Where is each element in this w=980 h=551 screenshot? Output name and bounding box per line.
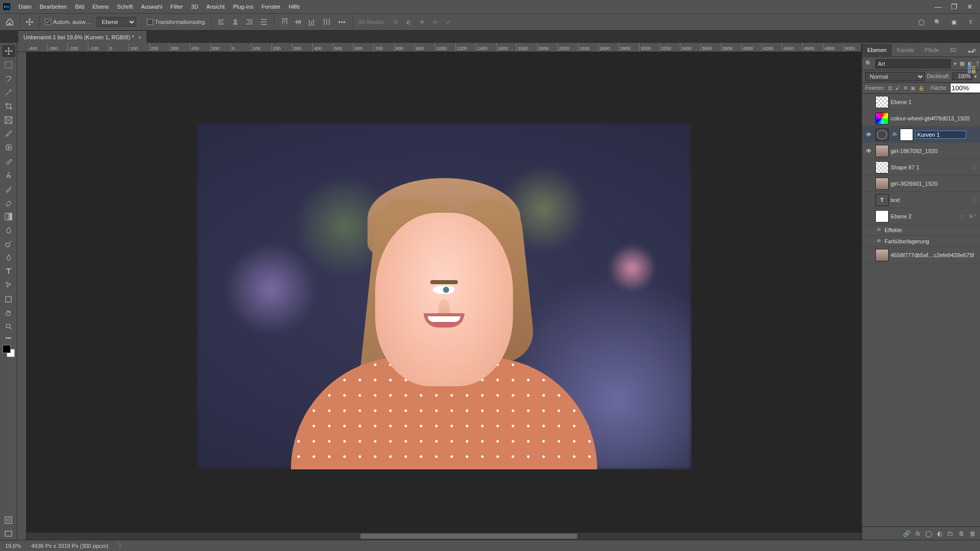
hand-tool[interactable]: [2, 307, 15, 319]
canvas-stage[interactable]: [27, 52, 861, 540]
align-right-button[interactable]: [243, 17, 254, 27]
dodge-tool[interactable]: [2, 238, 15, 250]
layer-name[interactable]: girl-3626901_1920: [891, 181, 978, 187]
menu-ebene[interactable]: Ebene: [88, 2, 113, 12]
color-swatches[interactable]: [2, 345, 16, 360]
layer-thumbnail[interactable]: [875, 249, 889, 261]
shape-tool[interactable]: [2, 293, 15, 305]
blur-tool[interactable]: [2, 224, 15, 236]
filter-dropdown-button[interactable]: ▾: [954, 61, 957, 66]
clone-stamp-tool[interactable]: [2, 169, 15, 181]
layer-row[interactable]: Shape 87 1⬚: [862, 159, 980, 176]
layer-name[interactable]: 4558f777db5af…c2efe8428e675f: [891, 252, 978, 258]
lock-pixels-icon[interactable]: 🖌: [895, 85, 900, 91]
layer-name[interactable]: Ebene 2: [891, 213, 958, 219]
properties-panel-icon[interactable]: ◴: [967, 83, 977, 93]
align-top-button[interactable]: [280, 17, 290, 27]
effect-visibility-icon[interactable]: 👁: [876, 238, 883, 244]
layer-thumbnail[interactable]: [875, 161, 889, 173]
ruler-origin[interactable]: [17, 43, 27, 52]
layer-name[interactable]: Ebene 1: [891, 99, 978, 105]
document-tab-close-button[interactable]: ×: [138, 34, 141, 40]
auto-select-checkbox[interactable]: Autom. ausw…: [45, 19, 91, 25]
foreground-color-swatch[interactable]: [3, 345, 11, 353]
layer-filter-input[interactable]: [875, 59, 951, 68]
layer-visibility-toggle[interactable]: 👁: [864, 147, 873, 155]
lasso-tool[interactable]: [2, 72, 15, 85]
layer-name[interactable]: girl-1867092_1920: [891, 148, 978, 154]
move-tool[interactable]: [2, 45, 15, 57]
new-layer-button[interactable]: 🗎: [959, 530, 965, 537]
layer-fx-indicator[interactable]: fx ˅: [968, 214, 978, 219]
lock-artboard-icon[interactable]: ▣: [911, 85, 915, 91]
lock-transparency-icon[interactable]: ▨: [888, 85, 892, 91]
layer-group-button[interactable]: 🗀: [947, 530, 953, 537]
menu-fenster[interactable]: Fenster: [257, 2, 284, 12]
color-panel-icon[interactable]: [967, 65, 977, 76]
align-vcenter-button[interactable]: [293, 17, 303, 27]
layer-row[interactable]: girl-3626901_1920: [862, 176, 980, 192]
window-minimize-button[interactable]: —: [930, 1, 946, 12]
panel-tab-ebenen[interactable]: Ebenen: [862, 44, 892, 56]
path-select-tool[interactable]: [2, 279, 15, 291]
link-layers-button[interactable]: 🔗: [903, 530, 911, 537]
search-icon[interactable]: 🔍: [933, 17, 942, 27]
magic-wand-tool[interactable]: [2, 86, 15, 98]
panel-tab-pfade[interactable]: Pfade: [919, 44, 944, 56]
eraser-tool[interactable]: [2, 196, 15, 209]
screenmode-button[interactable]: [2, 528, 15, 540]
layer-row[interactable]: 👁girl-1867092_1920: [862, 143, 980, 159]
layer-row[interactable]: Ttext⬚: [862, 192, 980, 208]
effect-visibility-icon[interactable]: 👁: [876, 227, 883, 233]
layer-thumbnail[interactable]: [875, 210, 889, 222]
layer-name[interactable]: Shape 87 1: [891, 164, 969, 170]
layer-visibility-toggle[interactable]: 👁: [864, 131, 873, 138]
cloud-docs-icon[interactable]: ◯: [917, 17, 926, 27]
menu-schrift[interactable]: Schrift: [113, 2, 137, 12]
auto-select-target-select[interactable]: Ebene: [96, 17, 136, 27]
lock-position-icon[interactable]: ✥: [903, 85, 908, 91]
transform-controls-checkbox[interactable]: Transformationsstrg.: [147, 19, 206, 25]
marquee-tool[interactable]: [2, 59, 15, 71]
layer-fx-button[interactable]: fx: [916, 530, 920, 537]
3d-orbit-icon[interactable]: ⟲: [390, 17, 401, 27]
filter-image-icon[interactable]: ▦: [960, 60, 965, 68]
panel-expand-icon[interactable]: ◂◂: [967, 48, 977, 58]
layer-mask-thumbnail[interactable]: [900, 129, 913, 141]
3d-roll-icon[interactable]: ◐: [404, 17, 414, 27]
frame-tool[interactable]: [2, 114, 15, 126]
pen-tool[interactable]: [2, 252, 15, 264]
home-button[interactable]: [5, 17, 14, 27]
canvas-h-scrollbar[interactable]: [27, 533, 861, 540]
status-disclosure-button[interactable]: 〉: [118, 542, 124, 549]
status-zoom[interactable]: 19,6%: [5, 543, 21, 549]
lock-all-icon[interactable]: 🔒: [918, 85, 924, 91]
healing-brush-tool[interactable]: [2, 141, 15, 154]
menu-filter[interactable]: Filter: [166, 2, 187, 12]
window-restore-button[interactable]: ❐: [947, 1, 962, 12]
layer-thumbnail[interactable]: [875, 178, 889, 190]
edit-toolbar-button[interactable]: •••: [2, 334, 15, 341]
zoom-tool[interactable]: [2, 320, 15, 333]
layer-name[interactable]: colour-wheel-gb4f78d013_1920: [891, 115, 978, 121]
layer-mask-link-icon[interactable]: 𐄷: [891, 132, 898, 137]
layer-thumbnail[interactable]: T: [875, 194, 889, 206]
distribute-v-button[interactable]: [322, 17, 332, 27]
align-more-button[interactable]: •••: [337, 17, 347, 27]
3d-scale-icon[interactable]: ⤢: [444, 17, 454, 27]
adjustment-layer-button[interactable]: ◐: [937, 530, 942, 537]
share-icon[interactable]: ⇪: [966, 17, 975, 27]
status-docinfo[interactable]: 4936 Px x 3319 Px (300 ppcm): [31, 543, 108, 549]
window-close-button[interactable]: ✕: [963, 1, 977, 12]
menu-bearbeiten[interactable]: Bearbeiten: [36, 2, 71, 12]
gradient-tool[interactable]: [2, 210, 15, 222]
align-left-button[interactable]: [217, 17, 227, 27]
layer-row[interactable]: colour-wheel-gb4f78d013_1920: [862, 110, 980, 127]
layer-row[interactable]: 👁Effekte: [862, 224, 980, 236]
history-brush-tool[interactable]: [2, 183, 15, 195]
menu-bild[interactable]: Bild: [71, 2, 88, 12]
brush-tool[interactable]: [2, 155, 15, 167]
layer-thumbnail[interactable]: [875, 96, 889, 108]
blend-mode-select[interactable]: Normal: [865, 72, 925, 81]
crop-tool[interactable]: [2, 100, 15, 112]
